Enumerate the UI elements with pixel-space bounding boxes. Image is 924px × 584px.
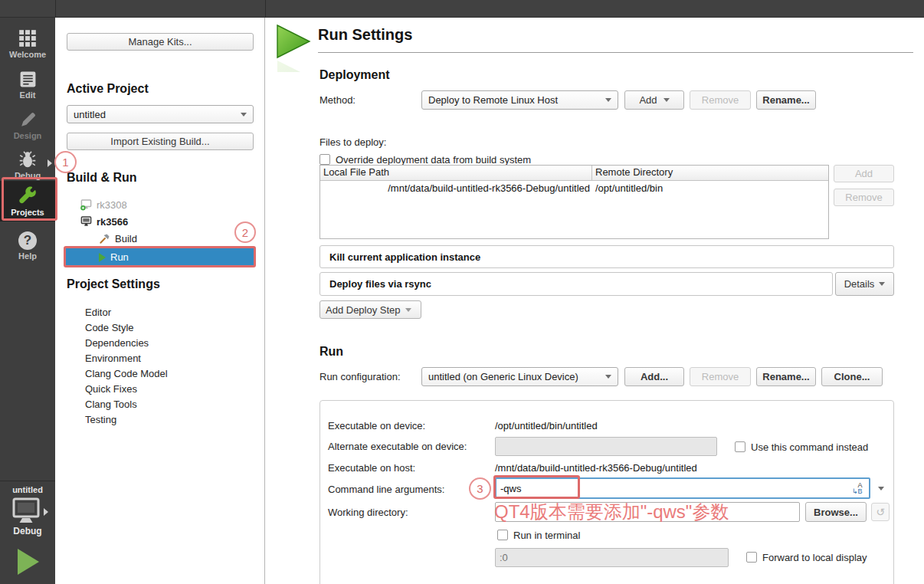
runconfig-rename-button[interactable]: Rename... xyxy=(756,367,816,386)
command-line-args-input[interactable] xyxy=(495,477,870,499)
settings-item-quick-fixes[interactable]: Quick Fixes xyxy=(85,382,168,397)
runconfig-remove-button[interactable]: Remove xyxy=(690,367,751,386)
file-remove-button[interactable]: Remove xyxy=(834,189,894,206)
sidebar-item-welcome[interactable]: Welcome xyxy=(0,25,55,63)
sidebar-item-debug[interactable]: Debug xyxy=(0,146,55,184)
sidebar-label: Edit xyxy=(20,90,36,100)
settings-item-dependencies[interactable]: Dependencies xyxy=(85,336,168,351)
titlebar-separator xyxy=(265,0,266,18)
override-deployment-checkbox[interactable] xyxy=(319,154,330,165)
runconfig-clone-button[interactable]: Clone... xyxy=(821,367,883,386)
use-command-label: Use this command instead xyxy=(751,441,868,453)
deploy-step-rsync[interactable]: Deploy files via rsync xyxy=(319,272,833,296)
build-hammer-icon xyxy=(99,233,110,244)
settings-item-clang-tools[interactable]: Clang Tools xyxy=(85,397,168,412)
kit-label: rk3566 xyxy=(97,216,128,228)
settings-item-editor[interactable]: Editor xyxy=(85,305,168,320)
details-button[interactable]: Details xyxy=(835,272,894,296)
sidebar-item-design[interactable]: Design xyxy=(0,106,55,144)
chevron-down-icon xyxy=(605,375,611,379)
browse-button[interactable]: Browse... xyxy=(805,502,867,522)
settings-item-testing[interactable]: Testing xyxy=(85,412,168,428)
settings-item-environment[interactable]: Environment xyxy=(85,351,168,366)
deploy-method-value: Deploy to Remote Linux Host xyxy=(428,94,605,106)
runconfig-add-button[interactable]: Add... xyxy=(624,367,684,386)
forward-display-checkbox[interactable] xyxy=(746,552,757,563)
sidebar-item-projects[interactable]: Projects xyxy=(0,181,55,221)
target-buildtype-label: Debug xyxy=(0,526,55,536)
deploy-method-combobox[interactable]: Deploy to Remote Linux Host xyxy=(421,90,618,110)
projects-wrench-icon xyxy=(18,186,38,206)
column-header-remote-dir[interactable]: Remote Directory xyxy=(592,166,828,180)
files-to-deploy-label: Files to deploy: xyxy=(319,136,386,148)
page-title: Run Settings xyxy=(318,26,412,44)
tree-item-label: Run xyxy=(110,251,129,263)
deploy-rename-button[interactable]: Rename... xyxy=(756,90,816,110)
chevron-down-icon xyxy=(605,98,611,102)
insert-variable-icon[interactable]: A↳B xyxy=(852,482,863,494)
kit-target-selector[interactable] xyxy=(11,497,41,527)
edit-document-icon xyxy=(18,70,38,89)
title-divider xyxy=(318,52,913,53)
settings-item-clang-code-model[interactable]: Clang Code Model xyxy=(85,366,168,382)
args-expand-arrow-icon[interactable] xyxy=(878,487,884,490)
use-command-checkbox[interactable] xyxy=(735,441,745,452)
help-icon: ? xyxy=(18,231,37,250)
sidebar-item-edit[interactable]: Edit xyxy=(0,65,55,103)
settings-item-code-style[interactable]: Code Style xyxy=(85,320,168,336)
active-project-combobox[interactable]: untitled xyxy=(67,105,254,123)
run-in-terminal-checkbox[interactable] xyxy=(497,530,508,540)
run-play-icon xyxy=(99,253,106,262)
table-header-row: Local File Path Remote Directory xyxy=(320,166,828,181)
deploy-remove-button[interactable]: Remove xyxy=(690,90,751,110)
sidebar-label: Help xyxy=(18,251,37,261)
working-directory-input[interactable] xyxy=(495,502,800,522)
sidebar-label: Welcome xyxy=(9,50,46,59)
mode-sidebar: Welcome Edit Design Debug Projects xyxy=(0,18,55,584)
add-deploy-step-button[interactable]: Add Deploy Step xyxy=(319,300,421,319)
working-directory-label: Working directory: xyxy=(328,507,408,518)
kit-item-rk3566[interactable]: rk3566 xyxy=(80,216,128,228)
button-label: Details xyxy=(844,278,875,290)
sidebar-label: Debug xyxy=(15,171,41,180)
tree-item-build[interactable]: Build xyxy=(99,233,137,244)
cell-remote-dir: /opt/untitled/bin xyxy=(591,182,828,194)
target-flyout-arrow-icon[interactable] xyxy=(44,508,48,516)
table-row[interactable]: /mnt/data/build-untitled-rk3566-Debug/un… xyxy=(320,182,828,194)
reset-working-directory-icon[interactable]: ↺ xyxy=(871,503,890,521)
kit-monitor-icon xyxy=(80,216,92,228)
sidebar-label: Projects xyxy=(11,208,44,217)
run-in-terminal-label: Run in terminal xyxy=(513,530,580,541)
run-configuration-value: untitled (on Generic Linux Device) xyxy=(428,371,605,382)
tree-item-label: Build xyxy=(115,233,137,244)
deployment-heading: Deployment xyxy=(319,68,390,82)
exec-on-host-label: Executable on host: xyxy=(328,462,415,474)
method-label: Method: xyxy=(319,94,356,106)
alt-exec-label: Alternate executable on device: xyxy=(328,441,467,452)
deploy-add-button[interactable]: Add xyxy=(624,90,684,110)
deploy-step-kill-instance[interactable]: Kill current application instance xyxy=(319,245,894,268)
button-label: Add Deploy Step xyxy=(326,304,401,316)
alt-exec-input[interactable] xyxy=(495,437,717,456)
debug-flyout-arrow-icon[interactable] xyxy=(48,159,52,167)
file-add-button[interactable]: Add xyxy=(834,165,894,182)
cell-local-path: /mnt/data/build-untitled-rk3566-Debug/un… xyxy=(320,182,591,194)
tree-item-run-selected[interactable]: Run xyxy=(65,248,255,267)
import-existing-build-button[interactable]: Import Existing Build... xyxy=(67,133,254,150)
kit-item-rk3308[interactable]: rk3308 xyxy=(80,199,127,211)
build-and-run-heading: Build & Run xyxy=(67,171,137,185)
run-configuration-combobox[interactable]: untitled (on Generic Linux Device) xyxy=(421,367,618,386)
run-button[interactable] xyxy=(18,549,39,575)
debug-bug-icon xyxy=(18,149,38,169)
deploy-files-table[interactable]: Local File Path Remote Directory /mnt/da… xyxy=(319,165,829,239)
run-settings-page: Run Settings Deployment Method: Deploy t… xyxy=(266,18,924,584)
chevron-down-icon xyxy=(664,98,670,102)
button-label: Add xyxy=(639,94,657,106)
display-input[interactable] xyxy=(495,548,729,567)
manage-kits-button[interactable]: Manage Kits... xyxy=(67,33,254,51)
sidebar-item-help[interactable]: ? Help xyxy=(0,227,55,265)
kit-label: rk3308 xyxy=(97,199,127,211)
override-deployment-label: Override deployment data from build syst… xyxy=(336,154,531,166)
column-header-local-path[interactable]: Local File Path xyxy=(320,166,591,180)
sidebar-label: Design xyxy=(14,131,42,140)
